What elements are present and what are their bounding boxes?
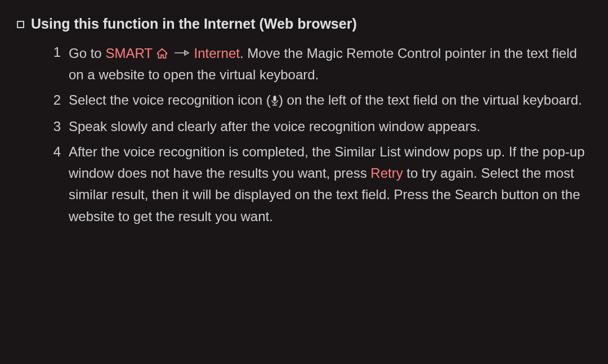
step-body: After the voice recognition is completed… <box>69 141 591 228</box>
step-number: 1 <box>51 42 69 86</box>
internet-label: Internet <box>194 46 240 61</box>
step-body: Speak slowly and clearly after the voice… <box>69 116 591 137</box>
list-item: 3 Speak slowly and clearly after the voi… <box>51 116 591 137</box>
bullet-square-icon <box>17 21 24 28</box>
list-item: 2 Select the voice recognition icon () o… <box>51 89 591 113</box>
smart-label: SMART <box>105 46 152 61</box>
step-number: 4 <box>51 141 69 228</box>
section-heading: Using this function in the Internet (Web… <box>17 12 591 35</box>
step-number: 3 <box>51 116 69 137</box>
retry-label: Retry <box>370 165 403 181</box>
step-text: ) on the left of the text field on the v… <box>279 92 582 107</box>
home-icon <box>156 48 168 59</box>
heading-text: Using this function in the Internet (Web… <box>31 12 357 35</box>
step-text: Select the voice recognition icon ( <box>69 92 271 107</box>
list-item: 1 Go to SMART Internet. Move the Magic R… <box>51 42 591 86</box>
step-number: 2 <box>51 89 69 113</box>
microphone-icon <box>271 91 279 113</box>
svg-rect-2 <box>273 96 276 101</box>
instruction-list: 1 Go to SMART Internet. Move the Magic R… <box>17 42 591 227</box>
list-item: 4 After the voice recognition is complet… <box>51 141 591 228</box>
step-text: Speak slowly and clearly after the voice… <box>69 119 480 134</box>
step-body: Go to SMART Internet. Move the Magic Rem… <box>69 42 591 86</box>
step-body: Select the voice recognition icon () on … <box>69 89 591 113</box>
arrow-right-icon <box>173 42 189 63</box>
step-text: Go to <box>69 46 105 61</box>
